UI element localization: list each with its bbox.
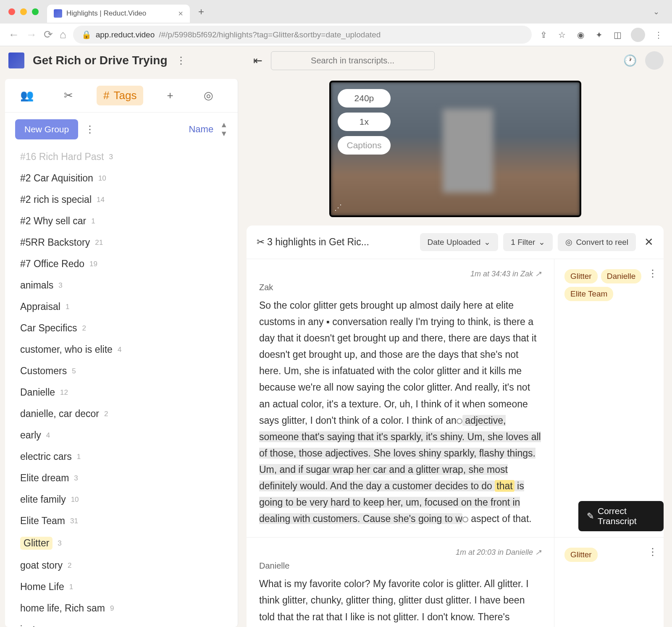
tag-item[interactable]: Home Life1 <box>9 576 234 598</box>
browser-menu-icon[interactable]: ⋮ <box>654 30 664 40</box>
project-title: Get Rich or Drive Trying <box>33 54 168 67</box>
reload-button[interactable]: ⟳ <box>44 28 53 41</box>
highlight-meta[interactable]: 1m at 20:03 in Danielle ↗ <box>259 548 541 557</box>
chevron-down-icon: ⌄ <box>538 237 545 247</box>
reel-icon: ◎ <box>565 237 572 247</box>
date-filter-button[interactable]: Date Uploaded ⌄ <box>420 233 499 251</box>
hash-icon: # <box>103 89 109 102</box>
search-input[interactable] <box>271 51 435 70</box>
window-close[interactable] <box>8 8 15 15</box>
filter-count-button[interactable]: 1 Filter ⌄ <box>503 233 553 251</box>
tag-item[interactable]: electric cars1 <box>9 446 234 467</box>
import-icon[interactable]: ⇤ <box>253 54 262 67</box>
tag-item[interactable]: Car Specifics2 <box>9 317 234 339</box>
tag-list: #16 Rich Hard Past3#2 Car Aquisition10#2… <box>5 146 238 627</box>
video-resize-icon[interactable]: ⋰ <box>334 203 342 212</box>
tag-item[interactable]: just say no1 <box>9 619 234 627</box>
browser-tab[interactable]: Highlights | Reduct.Video × <box>47 5 190 23</box>
window-maximize[interactable] <box>32 8 39 15</box>
entry-menu-icon[interactable]: ⋮ <box>648 268 658 279</box>
convert-reel-button[interactable]: ◎ Convert to reel <box>558 233 636 251</box>
sidebar-tab-tags[interactable]: # Tags <box>97 86 143 105</box>
transcript-text[interactable]: What is my favorite color? My favorite c… <box>259 576 541 627</box>
speaker-name: Zak <box>259 283 541 292</box>
sidebar: 👥 ✂ # Tags + ◎ New Group ⋮ Name ▲▼ #16 R… <box>5 79 238 627</box>
tag-item[interactable]: danielle, car decor2 <box>9 403 234 425</box>
user-avatar[interactable] <box>645 51 664 70</box>
highlights-title: ✂ 3 highlights in Get Ric... <box>257 236 369 248</box>
speaker-name: Danielle <box>259 561 541 571</box>
forward-button[interactable]: → <box>26 28 37 41</box>
url-path: /#/p/5998b5f692/highlights?tag=Glitter&s… <box>159 30 381 39</box>
tag-item[interactable]: #5RR Backstory21 <box>9 232 234 253</box>
highlight-entry: 1m at 20:03 in Danielle ↗ Danielle What … <box>247 538 664 627</box>
tag-item[interactable]: #7 Office Redo19 <box>9 253 234 275</box>
content-area: 240p 1x Captions ⋰ ✂ 3 highlights in Get… <box>238 75 672 627</box>
tag-item[interactable]: Elite Team31 <box>9 510 234 532</box>
close-highlights-icon[interactable]: ✕ <box>644 236 654 249</box>
tab-title: Highlights | Reduct.Video <box>66 9 146 18</box>
home-button[interactable]: ⌂ <box>60 28 66 41</box>
app-logo[interactable] <box>8 52 24 68</box>
project-menu-icon[interactable]: ⋮ <box>176 55 186 66</box>
tag-item[interactable]: elite family10 <box>9 489 234 510</box>
highlight-entry: 1m at 34:43 in Zak ↗ Zak So the color gl… <box>247 259 664 538</box>
profile-avatar[interactable] <box>631 28 645 42</box>
video-captions-button[interactable]: Captions <box>338 136 391 155</box>
sidepanel-icon[interactable]: ◫ <box>612 30 622 40</box>
tag-item[interactable]: #2 Car Aquisition10 <box>9 168 234 189</box>
tag-chip[interactable]: Glitter <box>564 548 598 562</box>
tag-item[interactable]: Glitter3 <box>9 532 234 555</box>
entry-menu-icon[interactable]: ⋮ <box>648 546 658 558</box>
window-minimize[interactable] <box>20 8 27 15</box>
pencil-icon: ✎ <box>587 511 594 521</box>
sort-icon[interactable]: ▲▼ <box>220 121 228 138</box>
new-group-button[interactable]: New Group <box>15 119 78 139</box>
share-icon[interactable]: ⇪ <box>538 30 549 40</box>
lock-icon: 🔒 <box>81 30 92 39</box>
url-field[interactable]: 🔒 app.reduct.video/#/p/5998b5f692/highli… <box>73 26 532 44</box>
chevron-down-icon: ⌄ <box>484 237 491 247</box>
extension-icon-1[interactable]: ◉ <box>575 30 585 40</box>
tag-item[interactable]: Customers5 <box>9 360 234 382</box>
favicon <box>54 9 62 18</box>
tag-item[interactable]: goat story2 <box>9 555 234 576</box>
tag-item[interactable]: Danielle12 <box>9 382 234 403</box>
tag-item[interactable]: home life, Rich sam9 <box>9 598 234 619</box>
url-domain: app.reduct.video <box>96 30 155 39</box>
tag-item[interactable]: #2 Why sell car1 <box>9 210 234 232</box>
tag-item[interactable]: #2 rich is special14 <box>9 189 234 210</box>
tag-item[interactable]: early4 <box>9 425 234 446</box>
transcript-text[interactable]: So the color glitter gets brought up alm… <box>259 297 541 527</box>
history-icon[interactable]: 🕐 <box>623 54 637 67</box>
correct-transcript-tooltip[interactable]: ✎ Correct Transcript <box>578 501 664 531</box>
sidebar-tab-add[interactable]: + <box>160 86 180 105</box>
sidebar-tab-recordings[interactable]: 👥 <box>13 86 40 105</box>
tag-item[interactable]: Elite dream3 <box>9 467 234 489</box>
group-menu-icon[interactable]: ⋮ <box>85 123 95 135</box>
back-button[interactable]: ← <box>8 28 19 41</box>
tag-item[interactable]: customer, who is elite4 <box>9 339 234 360</box>
tag-chip[interactable]: Elite Team <box>564 287 613 301</box>
highlight-tags: Glitter <box>554 538 664 627</box>
tag-chip[interactable]: Danielle <box>601 269 642 283</box>
tab-close-icon[interactable]: × <box>178 9 183 18</box>
tag-item[interactable]: #16 Rich Hard Past3 <box>9 146 234 168</box>
tag-item[interactable]: animals3 <box>9 275 234 296</box>
tab-tags-label: Tags <box>113 89 136 102</box>
video-player[interactable]: 240p 1x Captions ⋰ <box>329 81 581 217</box>
sidebar-tab-highlights[interactable]: ✂ <box>57 86 80 105</box>
video-speed-button[interactable]: 1x <box>338 113 391 131</box>
tag-item[interactable]: Appraisal1 <box>9 296 234 317</box>
sidebar-tab-settings[interactable]: ◎ <box>197 86 220 105</box>
bookmark-icon[interactable]: ☆ <box>557 30 567 40</box>
highlight-meta[interactable]: 1m at 34:43 in Zak ↗ <box>259 269 541 278</box>
new-tab-button[interactable]: + <box>198 6 204 18</box>
extensions-icon[interactable]: ✦ <box>594 30 604 40</box>
sort-label[interactable]: Name <box>189 124 213 135</box>
tabs-menu-icon[interactable]: ⌄ <box>653 7 659 16</box>
selection-start-handle[interactable] <box>457 418 462 424</box>
tag-chip[interactable]: Glitter <box>564 269 598 283</box>
video-quality-button[interactable]: 240p <box>338 89 391 108</box>
selection-end-handle[interactable] <box>462 517 468 522</box>
